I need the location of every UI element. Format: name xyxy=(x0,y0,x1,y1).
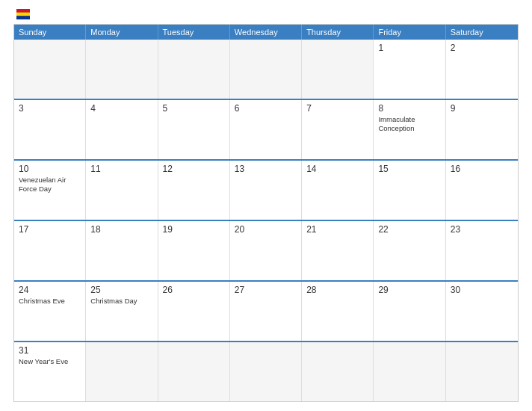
day-number: 1 xyxy=(378,43,440,53)
week-row-4: 24Christmas Eve25Christmas Day2627282930 xyxy=(14,280,518,341)
day-cell: 17 xyxy=(14,221,86,280)
day-number: 26 xyxy=(163,285,225,295)
day-cell xyxy=(86,342,158,401)
day-number: 15 xyxy=(378,164,440,174)
day-header-thursday: Thursday xyxy=(302,25,374,40)
day-cell: 10Venezuelan Air Force Day xyxy=(14,161,86,220)
day-cell: 26 xyxy=(158,282,230,341)
day-cell: 16 xyxy=(446,161,518,220)
day-cell: 28 xyxy=(302,282,374,341)
day-cell xyxy=(302,342,374,401)
day-header-sunday: Sunday xyxy=(14,25,86,40)
day-number: 17 xyxy=(19,224,81,235)
week-row-3: 17181920212223 xyxy=(14,220,518,280)
day-number: 16 xyxy=(451,164,513,174)
weeks: 12345678Immaculate Conception910Venezuel… xyxy=(14,40,518,401)
day-number: 20 xyxy=(235,224,297,235)
day-cell: 15 xyxy=(374,161,445,220)
week-row-2: 10Venezuelan Air Force Day111213141516 xyxy=(14,159,518,220)
day-number: 28 xyxy=(306,285,368,295)
day-number: 2 xyxy=(451,43,513,53)
event-label: Venezuelan Air Force Day xyxy=(19,176,81,194)
day-cell: 23 xyxy=(446,221,518,280)
day-number: 19 xyxy=(163,224,225,235)
day-number: 23 xyxy=(451,224,513,235)
event-label: New Year's Eve xyxy=(19,357,81,366)
week-row-1: 345678Immaculate Conception9 xyxy=(14,99,518,159)
event-label: Immaculate Conception xyxy=(378,115,440,134)
day-number: 11 xyxy=(90,164,152,174)
day-cell xyxy=(302,40,374,99)
day-number: 14 xyxy=(306,164,368,174)
day-number: 8 xyxy=(378,103,440,114)
day-cell xyxy=(14,40,86,99)
day-header-monday: Monday xyxy=(86,25,158,40)
day-cell: 13 xyxy=(230,161,302,220)
day-cell: 18 xyxy=(86,221,158,280)
header xyxy=(13,9,519,19)
day-cell: 4 xyxy=(86,100,158,159)
day-header-friday: Friday xyxy=(374,25,445,40)
day-number: 29 xyxy=(378,285,440,295)
day-cell: 14 xyxy=(302,161,374,220)
day-cell xyxy=(86,40,158,99)
day-cell xyxy=(158,40,230,99)
day-header-saturday: Saturday xyxy=(446,25,518,40)
day-number: 4 xyxy=(90,103,152,114)
calendar: SundayMondayTuesdayWednesdayThursdayFrid… xyxy=(13,24,519,402)
day-number: 27 xyxy=(235,285,297,295)
day-number: 21 xyxy=(306,224,368,235)
day-number: 12 xyxy=(163,164,225,174)
day-cell xyxy=(158,342,230,401)
day-cell xyxy=(230,342,302,401)
day-number: 22 xyxy=(378,224,440,235)
day-cell: 12 xyxy=(158,161,230,220)
day-cell: 8Immaculate Conception xyxy=(374,100,445,159)
logo-flag-icon xyxy=(16,9,30,19)
day-number: 30 xyxy=(451,285,513,295)
svg-rect-2 xyxy=(16,16,30,19)
day-cell: 30 xyxy=(446,282,518,341)
logo xyxy=(13,9,30,19)
day-cell: 2 xyxy=(446,40,518,99)
event-label: Christmas Eve xyxy=(19,297,81,306)
day-cell xyxy=(230,40,302,99)
day-cell: 24Christmas Eve xyxy=(14,282,86,341)
day-cell: 29 xyxy=(374,282,445,341)
day-header-tuesday: Tuesday xyxy=(158,25,230,40)
day-cell: 9 xyxy=(446,100,518,159)
day-cell: 11 xyxy=(86,161,158,220)
day-cell: 25Christmas Day xyxy=(86,282,158,341)
day-number: 24 xyxy=(19,285,81,295)
day-cell: 20 xyxy=(230,221,302,280)
day-cell: 6 xyxy=(230,100,302,159)
day-number: 3 xyxy=(19,103,81,114)
day-cell: 1 xyxy=(374,40,445,99)
calendar-page: SundayMondayTuesdayWednesdayThursdayFrid… xyxy=(0,0,532,411)
day-number: 18 xyxy=(90,224,152,235)
week-row-5: 31New Year's Eve xyxy=(14,341,518,401)
week-row-0: 12 xyxy=(14,40,518,99)
day-header-wednesday: Wednesday xyxy=(230,25,302,40)
day-number: 7 xyxy=(306,103,368,114)
event-label: Christmas Day xyxy=(90,297,152,306)
day-number: 25 xyxy=(90,285,152,295)
day-number: 5 xyxy=(163,103,225,114)
day-cell: 3 xyxy=(14,100,86,159)
day-cell: 31New Year's Eve xyxy=(14,342,86,401)
day-number: 6 xyxy=(235,103,297,114)
day-cell: 21 xyxy=(302,221,374,280)
day-number: 31 xyxy=(19,345,81,356)
day-cell: 19 xyxy=(158,221,230,280)
day-cell: 7 xyxy=(302,100,374,159)
day-headers: SundayMondayTuesdayWednesdayThursdayFrid… xyxy=(14,25,518,40)
day-cell xyxy=(374,342,445,401)
day-number: 10 xyxy=(19,164,81,174)
day-cell: 27 xyxy=(230,282,302,341)
day-cell: 5 xyxy=(158,100,230,159)
day-cell: 22 xyxy=(374,221,445,280)
svg-rect-1 xyxy=(16,13,30,16)
day-cell xyxy=(446,342,518,401)
day-number: 9 xyxy=(451,103,513,114)
day-number: 13 xyxy=(235,164,297,174)
